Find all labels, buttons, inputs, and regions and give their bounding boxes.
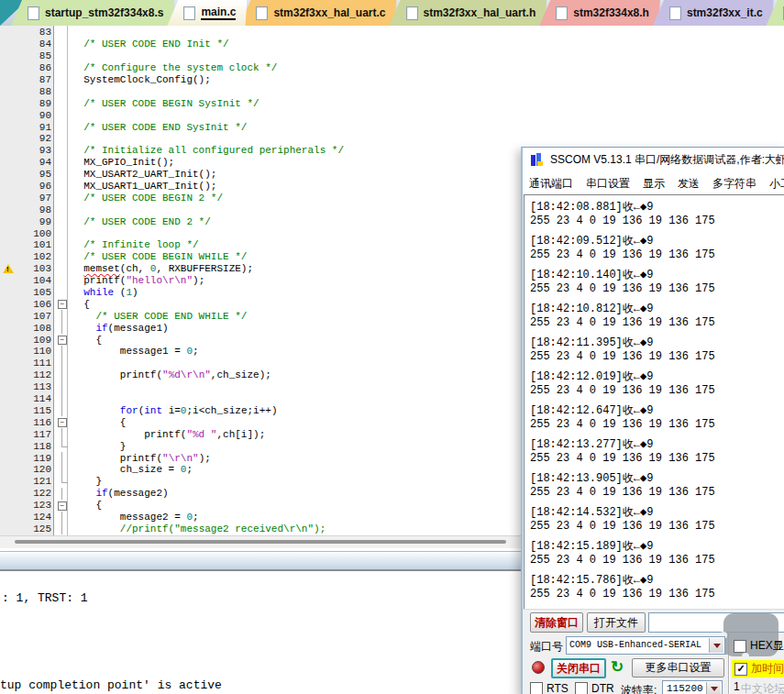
refresh-ports-icon[interactable]: ↻ [611, 657, 624, 677]
clear-window-button[interactable]: 清除窗口 [530, 612, 583, 633]
line-number: 125 [18, 523, 56, 534]
rts-checkbox[interactable]: RTS [530, 682, 569, 694]
fold-line [61, 464, 62, 476]
rts-label: RTS [547, 682, 569, 694]
fold-end-icon [61, 440, 68, 447]
warning-column [0, 287, 18, 299]
warning-column [0, 227, 18, 239]
sscom-titlebar[interactable]: SSCOM V5.13.1 串口/网络数据调试器,作者:大虾 [523, 148, 784, 173]
warning-column [0, 85, 18, 97]
fold-margin-cell [56, 464, 71, 476]
hex-display-checkbox[interactable]: HEX显示 [734, 638, 784, 654]
rx-entry: [18:42:14.532]收←◆9255 23 4 0 19 136 19 1… [530, 506, 784, 534]
code-text: /* USER CODE END 2 */ [72, 216, 211, 227]
horizontal-scrollbar-thumb[interactable] [15, 540, 506, 544]
code-text: memset(ch, 0, RXBUFFERSIZE); [72, 263, 253, 274]
menu-item[interactable]: 通讯端口 [529, 176, 573, 192]
fold-margin-cell [56, 488, 71, 500]
warning-column [0, 476, 18, 488]
open-file-button[interactable]: 打开文件 [587, 612, 646, 633]
menu-item[interactable]: 串口设置 [586, 176, 630, 192]
tab-label: startup_stm32f334x8.s [45, 6, 163, 19]
checkbox-box[interactable] [734, 640, 746, 653]
checkbox-box[interactable]: ✓ [734, 663, 747, 676]
menu-item[interactable]: 显示 [643, 176, 665, 192]
editor-tab[interactable]: startup_stm32f334x8.s [11, 0, 174, 26]
fold-margin-cell [56, 192, 71, 204]
line-number: 115 [18, 405, 56, 416]
code-text: { [72, 335, 102, 346]
port-label: 端口号 [530, 639, 563, 655]
tab-bar-tabs: startup_stm32f334x8.smain.cstm32f3xx_hal… [18, 0, 784, 26]
tab-label: main.c [201, 6, 236, 20]
warning-column [0, 428, 18, 440]
port-dropdown-arrow-icon[interactable] [709, 638, 723, 653]
line-number: 97 [18, 193, 56, 204]
rx-entry: [18:42:15.786]收←◆9255 23 4 0 19 136 19 1… [530, 574, 784, 601]
editor-tab[interactable]: main.c [167, 0, 247, 26]
fold-line [61, 488, 62, 500]
fold-margin-cell [56, 145, 71, 157]
hex-display-label: HEX显示 [750, 638, 784, 654]
editor-tab[interactable]: stm32f3xx_it.c [653, 0, 774, 26]
menu-item[interactable]: 发送 [678, 176, 700, 192]
fold-line [61, 452, 62, 464]
fold-box-icon[interactable]: − [58, 300, 67, 309]
file-icon [183, 6, 195, 20]
code-text: if(message1) [72, 323, 169, 334]
sscom-receive-area[interactable]: [18:42:08.881]收←◆9255 23 4 0 19 136 19 1… [524, 194, 784, 609]
rx-entry-data: 255 23 4 0 19 136 19 136 175 [530, 486, 784, 500]
code-text: /* USER CODE BEGIN SysInit */ [72, 98, 259, 109]
fold-box-icon[interactable]: − [58, 336, 67, 345]
line-number: 89 [18, 98, 56, 109]
fold-margin-cell [56, 405, 71, 417]
line-number: 111 [18, 358, 56, 369]
checkbox-box[interactable] [530, 682, 543, 694]
output-text-line: : 1, TRST: 1 [2, 591, 88, 605]
rx-entry-header: [18:42:15.189]收←◆9 [530, 540, 784, 554]
line-number: 117 [18, 429, 56, 440]
close-port-button[interactable]: 关闭串口 [551, 658, 606, 678]
baud-rate-value: 115200 [667, 683, 703, 694]
dtr-checkbox[interactable]: DTR [575, 682, 614, 694]
fold-margin-cell [56, 440, 71, 452]
tab-label: stm32f3xx_hal_uart.c [273, 6, 385, 19]
file-icon [256, 6, 268, 20]
baud-rate-select[interactable]: 115200 [662, 680, 723, 694]
port-select[interactable]: COM9 USB-Enhanced-SERIAL C [566, 636, 725, 655]
more-serial-settings-button[interactable]: 更多串口设置 [632, 658, 724, 677]
menu-item[interactable]: 小工具 [769, 176, 784, 192]
line-number: 122 [18, 488, 56, 499]
fold-margin-cell [56, 97, 71, 109]
fold-box-icon[interactable]: − [58, 501, 67, 511]
editor-tab[interactable]: stm32f334x8.h [539, 0, 660, 26]
fold-box-icon[interactable]: − [58, 418, 67, 427]
code-text: /* USER CODE BEGIN WHILE */ [72, 251, 247, 262]
code-line: 91 /* USER CODE END SysInit */ [0, 121, 784, 133]
editor-tab[interactable]: stm32f3xx_hal_uart.c [239, 0, 396, 26]
rx-entry: [18:42:12.647]收←◆9255 23 4 0 19 136 19 1… [530, 404, 784, 432]
warning-column [0, 512, 18, 523]
rx-entry: [18:42:10.140]收←◆9255 23 4 0 19 136 19 1… [530, 269, 784, 296]
code-line: 85 [0, 50, 784, 62]
timestamp-checkbox[interactable]: ✓ 加时间戳 [732, 660, 784, 677]
baud-dropdown-arrow-icon[interactable] [706, 682, 721, 694]
sscom-window-title: SSCOM V5.13.1 串口/网络数据调试器,作者:大虾 [550, 152, 784, 168]
rx-entry-header: [18:42:14.532]收←◆9 [530, 506, 784, 520]
fold-margin-cell [56, 512, 71, 523]
editor-tab-bar: startup_stm32f334x8.smain.cstm32f3xx_hal… [0, 0, 784, 27]
line-number: 124 [18, 512, 56, 523]
line-number: 84 [18, 39, 56, 50]
checkbox-box[interactable] [575, 682, 588, 694]
screen: startup_stm32f334x8.smain.cstm32f3xx_hal… [0, 0, 784, 694]
line-number: 95 [18, 169, 56, 180]
line-number: 123 [18, 500, 56, 511]
watermark-number: 1 [734, 680, 740, 693]
warning-column [0, 74, 18, 86]
port-select-value: COM9 USB-Enhanced-SERIAL C [569, 640, 707, 650]
code-text: MX_USART2_UART_Init(); [72, 169, 216, 180]
code-line: 87 SystemClock_Config(); [0, 74, 784, 86]
menu-item[interactable]: 多字符串 [712, 176, 756, 192]
line-number: 105 [18, 287, 56, 298]
editor-tab[interactable]: stm32f3xx_hal_uart.h [390, 0, 547, 26]
